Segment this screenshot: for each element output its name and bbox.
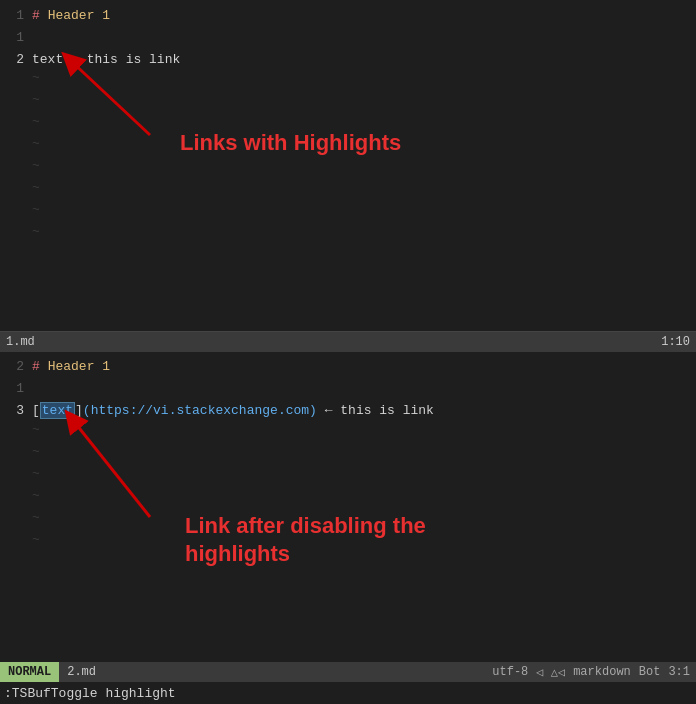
statusline: NORMAL 2.md utf-8 ◁ △◁ markdown Bot 3:1 [0,662,696,682]
tilde-row: ~ [0,114,696,136]
text-word: text [32,52,63,67]
line-row: 2 # Header 1 [0,356,696,378]
line-number [4,532,32,554]
tilde-row: ~ [0,224,696,246]
line-number [4,114,32,136]
line-number: 1 [4,8,32,23]
line-number [4,444,32,466]
arrow-symbol: ← [71,52,87,67]
statusline-right: utf-8 ◁ △◁ markdown Bot 3:1 [492,665,696,680]
mode-badge: NORMAL [0,662,59,682]
line-number [4,92,32,114]
top-panel: 1 # Header 1 1 2 text ← this is link ~ ~… [0,0,696,331]
tilde-row: ~ [0,488,696,510]
line-content: # Header 1 [32,359,692,374]
link-text-highlight: text [40,402,75,419]
line-number [4,224,32,246]
tilde-row: ~ [0,92,696,114]
tilde-char: ~ [32,532,40,554]
bottom-panel: 1.md 1:10 2 # Header 1 1 3 [text](https:… [0,332,696,663]
line-number [4,510,32,532]
cursor-position: 3:1 [668,665,690,679]
hash-symbol: # [32,359,40,374]
tilde-char: ~ [32,114,40,136]
tilde-row: ~ [0,444,696,466]
tilde-char: ~ [32,466,40,488]
tilde-char: ~ [32,158,40,180]
tilde-char: ~ [32,224,40,246]
cmdline-text: :TSBufToggle highlight [4,686,176,701]
tilde-row: ~ [0,532,696,554]
tilde-char: ~ [32,488,40,510]
line-row: 1 [0,378,696,400]
tilde-char: ~ [32,92,40,114]
header-text: Header 1 [48,8,110,23]
header-text: Header 1 [48,359,110,374]
bracket-open: [ [32,403,40,418]
line-number [4,488,32,510]
bottom-statusline-position: 1:10 [661,335,690,349]
line-content: text ← this is link [32,52,692,67]
tilde-char: ~ [32,510,40,532]
tilde-char: ~ [32,180,40,202]
bottom-panel-statusline: 1.md 1:10 [0,332,696,352]
link-trailing: this is link [340,403,434,418]
line-number [4,466,32,488]
vcs-icons: ◁ △◁ [536,665,565,680]
line-number [4,158,32,180]
line-number: 2 [4,52,32,67]
tilde-char: ~ [32,136,40,158]
line-number [4,180,32,202]
top-code-area: 1 # Header 1 1 2 text ← this is link ~ ~… [0,0,696,250]
line-row: 3 [text](https://vi.stackexchange.com) ←… [0,400,696,422]
tilde-char: ~ [32,444,40,466]
cmdline: :TSBufToggle highlight [0,682,696,704]
line-number: 1 [4,30,32,45]
tilde-row: ~ [0,136,696,158]
statusline-filename: 2.md [59,665,104,679]
encoding-label: utf-8 [492,665,528,679]
tilde-row: ~ [0,202,696,224]
line-number: 2 [4,359,32,374]
line-number: 1 [4,381,32,396]
line-number [4,70,32,92]
filetype-label: markdown [573,665,631,679]
line-number [4,202,32,224]
line-number [4,136,32,158]
line-content: # Header 1 [32,8,692,23]
tilde-row: ~ [0,466,696,488]
line-content: [text](https://vi.stackexchange.com) ← t… [32,403,692,418]
arrow-sym: ← [317,403,340,418]
bot-label: Bot [639,665,661,679]
tilde-char: ~ [32,202,40,224]
tilde-row: ~ [0,422,696,444]
link-label: this is link [87,52,181,67]
tilde-char: ~ [32,422,40,444]
bracket-close: ] [75,403,83,418]
line-row: 1 # Header 1 [0,4,696,26]
tilde-row: ~ [0,70,696,92]
link-url: (https://vi.stackexchange.com) [83,403,317,418]
tilde-row: ~ [0,180,696,202]
hash-symbol: # [32,8,40,23]
line-number [4,422,32,444]
line-number: 3 [4,403,32,418]
line-row: 1 [0,26,696,48]
tilde-char: ~ [32,70,40,92]
tilde-row: ~ [0,510,696,532]
bottom-code-area: 2 # Header 1 1 3 [text](https://vi.stack… [0,352,696,663]
bottom-statusline-filename: 1.md [6,335,35,349]
line-row: 2 text ← this is link [0,48,696,70]
tilde-row: ~ [0,158,696,180]
